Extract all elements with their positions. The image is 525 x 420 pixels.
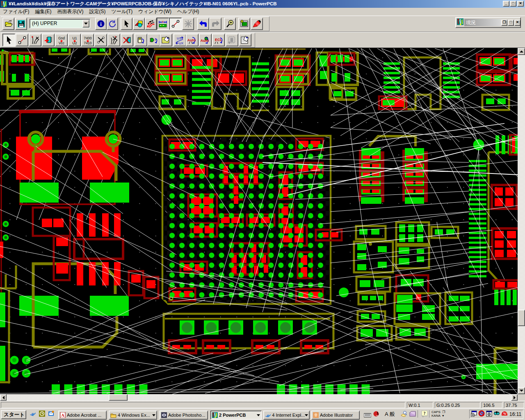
svg-text:e: e xyxy=(31,411,34,417)
svg-text:7400: 7400 xyxy=(84,36,91,40)
svg-text:Vcc: Vcc xyxy=(58,41,64,45)
svg-text:U1: U1 xyxy=(177,37,181,40)
svg-text:Auto: Auto xyxy=(201,39,209,43)
svg-text:U1: U1 xyxy=(72,36,77,40)
svg-text:?: ? xyxy=(424,411,426,415)
svg-text:U2: U2 xyxy=(72,41,77,45)
svg-text:C: C xyxy=(480,412,483,415)
svg-text:Gnd: Gnd xyxy=(58,36,64,40)
svg-text:e: e xyxy=(267,412,269,418)
svg-text:Ai: Ai xyxy=(503,411,507,415)
svg-text:x: x xyxy=(162,20,164,23)
svg-text:i: i xyxy=(100,21,102,27)
svg-text:Auto: Auto xyxy=(187,38,196,42)
svg-text:A: A xyxy=(61,413,64,418)
svg-text:7410: 7410 xyxy=(84,41,91,45)
svg-text:UX: UX xyxy=(179,41,184,45)
